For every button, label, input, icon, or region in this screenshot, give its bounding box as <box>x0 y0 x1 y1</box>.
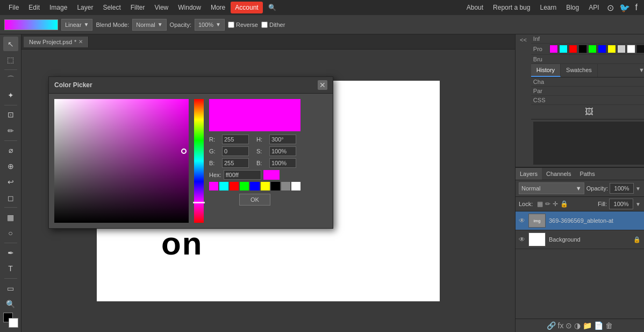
swatch-magenta[interactable] <box>549 45 558 53</box>
menu-blog[interactable]: Blog <box>562 2 583 13</box>
cp-swatch-black[interactable] <box>271 182 280 190</box>
cp-swatch-yellow[interactable] <box>261 182 270 190</box>
reverse-checkbox[interactable]: Reverse <box>228 22 258 28</box>
tool-eraser[interactable]: ◻ <box>3 190 18 205</box>
menu-file[interactable]: File <box>4 2 23 13</box>
tool-text[interactable]: T <box>3 262 18 276</box>
cp-swatch-red[interactable] <box>230 182 239 190</box>
facebook-icon[interactable]: f <box>633 3 640 12</box>
b2-input[interactable] <box>269 158 296 168</box>
menu-about[interactable]: About <box>462 2 488 13</box>
swatch-black[interactable] <box>578 45 587 53</box>
tool-lasso[interactable]: ⌒ <box>3 72 18 87</box>
h-input[interactable] <box>269 135 296 144</box>
cp-swatch-white[interactable] <box>291 182 300 190</box>
lock-position-button[interactable]: ✏ <box>545 200 550 208</box>
tool-crop[interactable]: ⊡ <box>3 108 18 122</box>
tab-layers[interactable]: Layers <box>516 168 542 180</box>
swatch-yellow[interactable] <box>607 45 616 53</box>
tool-shape[interactable]: ▭ <box>3 281 18 295</box>
color-picker-hue-bar[interactable] <box>194 99 204 223</box>
panel-collapse-left-button[interactable]: << <box>516 34 531 167</box>
fill-input[interactable] <box>609 199 633 209</box>
layers-blend-mode-dropdown[interactable]: Normal ▼ <box>519 182 584 194</box>
s-input[interactable] <box>269 146 296 156</box>
canvas-content[interactable]: on Color Picker ✕ <box>22 50 515 332</box>
tool-dodge[interactable]: ○ <box>3 226 18 241</box>
twitter-icon[interactable]: 🐦 <box>617 3 632 13</box>
opacity-input[interactable] <box>610 183 634 194</box>
r-input[interactable] <box>222 135 249 144</box>
swatch-blue[interactable] <box>598 45 606 53</box>
swatch-cyan[interactable] <box>559 45 568 53</box>
hex-input[interactable] <box>224 170 261 180</box>
cp-swatch-cyan[interactable] <box>219 182 228 190</box>
lock-pixels-button[interactable]: ▦ <box>537 200 543 208</box>
new-group-button[interactable]: 📁 <box>583 321 592 330</box>
menu-edit[interactable]: Edit <box>24 2 44 13</box>
tab-paths[interactable]: Paths <box>576 168 599 180</box>
menu-search-icon[interactable]: 🔍 <box>264 2 281 13</box>
active-tab[interactable]: New Project.psd * ✕ <box>24 37 89 47</box>
color-picker-gradient[interactable] <box>54 99 189 223</box>
new-layer-button[interactable]: 📄 <box>594 321 603 330</box>
menu-window[interactable]: Window <box>174 2 205 13</box>
lock-all-button[interactable]: 🔒 <box>560 200 568 208</box>
opacity-dropdown-arrow-icon[interactable]: ▼ <box>635 186 641 192</box>
swatch-green[interactable] <box>588 45 597 53</box>
dither-checkbox[interactable]: Dither <box>261 22 285 28</box>
swatch-white[interactable] <box>627 45 635 53</box>
tab-history[interactable]: History <box>531 64 561 77</box>
tool-select-rect[interactable]: ⬚ <box>3 52 18 67</box>
tool-wand[interactable]: ✦ <box>3 88 18 102</box>
cp-swatch-green[interactable] <box>240 182 249 190</box>
tool-stamp[interactable]: ⊕ <box>3 159 18 173</box>
reverse-checkbox-input[interactable] <box>228 22 234 28</box>
g-input[interactable] <box>222 146 249 156</box>
tool-move[interactable]: ↖ <box>3 37 18 51</box>
cp-swatch-magenta[interactable] <box>209 182 218 190</box>
lock-move-button[interactable]: ✛ <box>553 200 558 208</box>
swatches-panel-arrow[interactable]: ▼ <box>636 64 644 77</box>
tab-channels[interactable]: Channels <box>542 168 575 180</box>
menu-filter[interactable]: Filter <box>126 2 149 13</box>
menu-image[interactable]: Image <box>45 2 71 13</box>
layer-effects-button[interactable]: fx <box>558 321 564 330</box>
dither-checkbox-input[interactable] <box>261 22 268 28</box>
reddit-icon[interactable]: ⊙ <box>605 3 616 13</box>
gradient-type-dropdown[interactable]: Linear ▼ <box>61 19 92 31</box>
tool-brush[interactable]: ⌀ <box>3 143 18 158</box>
gradient-preview[interactable] <box>4 19 58 30</box>
menu-api[interactable]: API <box>584 2 603 13</box>
delete-layer-button[interactable]: 🗑 <box>605 321 613 330</box>
menu-select[interactable]: Select <box>98 2 125 13</box>
tool-pen[interactable]: ✒ <box>3 245 18 260</box>
menu-layer[interactable]: Layer <box>73 2 97 13</box>
swatch-red[interactable] <box>569 45 577 53</box>
cp-swatch-gray[interactable] <box>281 182 290 190</box>
layer-item-2[interactable]: 👁 Background 🔒 <box>516 230 644 249</box>
color-picker-ok-button[interactable]: OK <box>239 194 270 206</box>
layer-mask-button[interactable]: ⊙ <box>566 321 572 330</box>
layer2-visibility-toggle[interactable]: 👁 <box>519 236 525 243</box>
cp-swatch-blue[interactable] <box>250 182 259 190</box>
menu-learn[interactable]: Learn <box>535 2 561 13</box>
b-input[interactable] <box>222 158 249 168</box>
layer1-visibility-toggle[interactable]: 👁 <box>519 217 525 224</box>
link-layers-button[interactable]: 🔗 <box>547 321 556 330</box>
menu-report-bug[interactable]: Report a bug <box>489 2 534 13</box>
menu-view[interactable]: View <box>150 2 173 13</box>
tool-history-brush[interactable]: ↩ <box>3 174 18 189</box>
opacity-dropdown[interactable]: 100% ▼ <box>195 19 225 31</box>
tab-swatches[interactable]: Swatches <box>561 64 598 77</box>
swatch-darkblack[interactable] <box>636 45 644 53</box>
fg-bg-color-selector[interactable] <box>3 313 18 328</box>
tool-eyedropper[interactable]: ✏ <box>3 123 18 138</box>
layer-item-1[interactable]: 👁 img 369-3696569_ableton-at <box>516 211 644 230</box>
background-color[interactable] <box>9 318 18 328</box>
tool-zoom[interactable]: 🔍 <box>3 296 18 311</box>
color-picker-close-button[interactable]: ✕ <box>318 80 327 90</box>
tab-close-button[interactable]: ✕ <box>78 39 83 45</box>
tool-gradient[interactable]: ▦ <box>3 210 18 224</box>
blend-mode-dropdown[interactable]: Normal ▼ <box>132 19 166 31</box>
